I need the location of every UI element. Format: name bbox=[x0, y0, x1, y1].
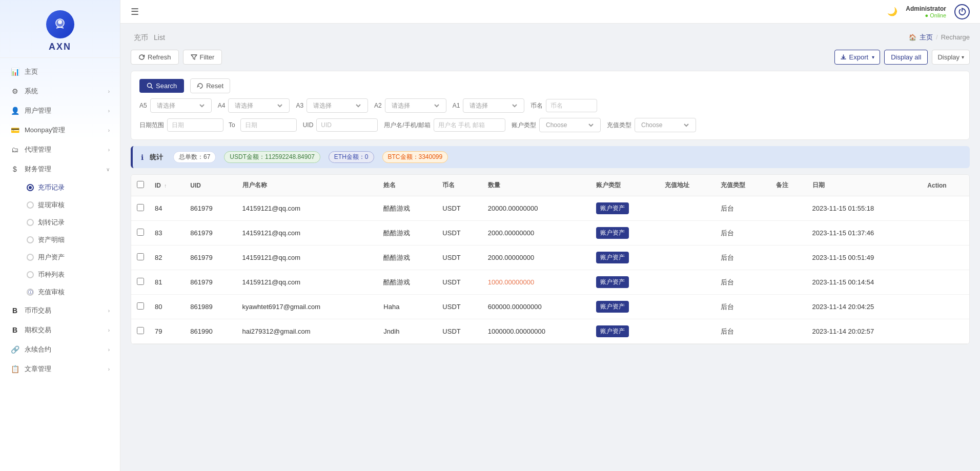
search-button[interactable]: Search bbox=[139, 79, 184, 93]
power-button[interactable] bbox=[954, 4, 970, 19]
account-type-select-wrapper[interactable]: Choose bbox=[539, 118, 601, 132]
cell-recharge-addr bbox=[660, 270, 716, 295]
sidebar-navigation: 📊 主页 ⚙ 系统 › 👤 用户管理 › 💳 Moonpay管理 › 🗂 代理管… bbox=[0, 58, 120, 471]
sidebar-item-user-assets[interactable]: 用户资产 bbox=[21, 249, 120, 266]
sidebar-item-moonpay[interactable]: 💳 Moonpay管理 › bbox=[0, 120, 120, 140]
sidebar-item-coin-trade[interactable]: B 币币交易 › bbox=[0, 301, 120, 320]
sidebar-item-recharge-record[interactable]: 充币记录 bbox=[21, 179, 120, 196]
row-checkbox[interactable] bbox=[137, 253, 144, 260]
filter-a2: A2 请选择 bbox=[374, 98, 446, 113]
select-all-checkbox[interactable] bbox=[137, 181, 144, 188]
a3-select-wrapper[interactable]: 请选择 bbox=[307, 98, 368, 113]
account-type-badge: 账户资产 bbox=[596, 202, 629, 214]
row-checkbox[interactable] bbox=[137, 204, 144, 211]
account-type-label: 账户类型 bbox=[512, 121, 536, 130]
page-title-area: 充币 List bbox=[131, 32, 165, 43]
th-date: 日期 bbox=[807, 175, 923, 196]
sidebar-item-article[interactable]: 📋 文章管理 › bbox=[0, 359, 120, 379]
breadcrumb-home[interactable]: 主页 bbox=[920, 33, 933, 42]
row-checkbox[interactable] bbox=[137, 229, 144, 236]
sidebar-item-agent[interactable]: 🗂 代理管理 › bbox=[0, 140, 120, 159]
cell-action bbox=[922, 295, 969, 319]
gear-icon: ⚙ bbox=[10, 87, 19, 95]
sidebar-item-system[interactable]: ⚙ 系统 › bbox=[0, 81, 120, 101]
cell-recharge-type: 后台 bbox=[716, 319, 771, 344]
a5-label: A5 bbox=[139, 102, 147, 109]
a2-select[interactable]: 请选择 bbox=[390, 101, 441, 110]
sidebar-item-recharge-audit[interactable]: ⓘ 充值审核 bbox=[21, 283, 120, 301]
cell-date: 2023-11-15 01:55:18 bbox=[807, 196, 923, 221]
cell-coin: USDT bbox=[437, 221, 482, 245]
table-row: 84 861979 14159121@qq.com 酷酷游戏 USDT 2000… bbox=[131, 196, 969, 221]
a4-select-wrapper[interactable]: 请选择 bbox=[228, 98, 290, 113]
uid-input[interactable] bbox=[316, 118, 378, 132]
sidebar-item-transfer[interactable]: 划转记录 bbox=[21, 214, 120, 231]
cell-amount: 600000.00000000 bbox=[483, 295, 591, 319]
a2-select-wrapper[interactable]: 请选择 bbox=[385, 98, 446, 113]
chevron-right-icon: › bbox=[108, 327, 110, 333]
sidebar-item-user-mgmt[interactable]: 👤 用户管理 › bbox=[0, 101, 120, 120]
filter-account-type: 账户类型 Choose bbox=[512, 118, 601, 132]
sidebar-item-assets-detail[interactable]: 资产明细 bbox=[21, 231, 120, 249]
sidebar-item-finance[interactable]: $ 财务管理 ∨ bbox=[0, 159, 120, 179]
filter-a1: A1 请选择 bbox=[453, 98, 525, 113]
filter-coin: 币名 bbox=[530, 99, 597, 112]
card-icon: 💳 bbox=[10, 126, 19, 134]
recharge-type-select[interactable]: Choose bbox=[639, 121, 690, 129]
a3-select[interactable]: 请选择 bbox=[311, 101, 362, 110]
filter-button[interactable]: Filter bbox=[183, 50, 222, 65]
filter-row-2: A5 请选择 A4 请选择 A3 bbox=[139, 98, 961, 113]
row-checkbox-cell bbox=[131, 221, 150, 245]
reset-button[interactable]: Reset bbox=[190, 78, 230, 93]
a1-select[interactable]: 请选择 bbox=[467, 101, 519, 110]
sub-item-label: 资产明细 bbox=[38, 235, 65, 244]
recharge-type-select-wrapper[interactable]: Choose bbox=[635, 118, 696, 132]
cell-username: 14159121@qq.com bbox=[237, 221, 379, 245]
row-checkbox[interactable] bbox=[137, 278, 144, 285]
moon-icon[interactable]: 🌙 bbox=[887, 7, 897, 16]
a5-select[interactable]: 请选择 bbox=[155, 101, 206, 110]
sidebar-item-label: 系统 bbox=[25, 87, 38, 96]
coin-input[interactable] bbox=[546, 99, 597, 112]
export-button[interactable]: Export ▾ bbox=[834, 50, 881, 65]
th-action: Action bbox=[922, 175, 969, 196]
th-remark: 备注 bbox=[771, 175, 807, 196]
sidebar-item-home[interactable]: 📊 主页 bbox=[0, 62, 120, 81]
filter-recharge-type: 充值类型 Choose bbox=[607, 118, 696, 132]
account-type-badge: 账户资产 bbox=[596, 301, 629, 313]
cell-id: 79 bbox=[150, 319, 185, 344]
chevron-right-icon: › bbox=[108, 147, 110, 153]
row-checkbox[interactable] bbox=[137, 327, 144, 334]
cell-username: hai279312@gmail.com bbox=[237, 319, 379, 344]
cell-recharge-type: 后台 bbox=[716, 196, 771, 221]
a5-select-wrapper[interactable]: 请选择 bbox=[150, 98, 212, 113]
account-type-badge: 账户资产 bbox=[596, 325, 629, 337]
a1-select-wrapper[interactable]: 请选择 bbox=[463, 98, 524, 113]
row-checkbox-cell bbox=[131, 319, 150, 344]
display-all-button[interactable]: Display all bbox=[884, 50, 928, 65]
sort-icon[interactable]: ↑ bbox=[164, 183, 167, 189]
sidebar-item-perpetual[interactable]: 🔗 永续合约 › bbox=[0, 340, 120, 359]
th-username: 用户名称 bbox=[237, 175, 379, 196]
display-button[interactable]: Display ▾ bbox=[932, 50, 970, 65]
account-type-select[interactable]: Choose bbox=[544, 121, 595, 129]
cell-remark bbox=[771, 221, 807, 245]
user-input[interactable] bbox=[434, 118, 505, 132]
sidebar-item-futures[interactable]: B 期权交易 › bbox=[0, 320, 120, 340]
dot-icon bbox=[27, 254, 34, 261]
refresh-button[interactable]: Refresh bbox=[131, 50, 179, 65]
topbar-left: ☰ bbox=[131, 6, 139, 17]
cell-date: 2023-11-15 00:51:49 bbox=[807, 245, 923, 270]
logo-text: AXN bbox=[49, 42, 71, 52]
date-to-input[interactable] bbox=[240, 118, 297, 132]
hamburger-icon[interactable]: ☰ bbox=[131, 6, 139, 17]
row-checkbox[interactable] bbox=[137, 302, 144, 310]
data-table: ID ↑ UID 用户名称 姓名 币名 数量 账户类型 充值地址 充值类型 备注… bbox=[131, 174, 970, 344]
a4-select[interactable]: 请选择 bbox=[233, 101, 284, 110]
date-from-input[interactable] bbox=[167, 118, 223, 132]
sidebar-item-coin-list[interactable]: 币种列表 bbox=[21, 266, 120, 283]
filter-a3: A3 请选择 bbox=[296, 98, 368, 113]
th-name: 姓名 bbox=[378, 175, 437, 196]
cell-date: 2023-11-14 20:04:25 bbox=[807, 295, 923, 319]
sidebar-item-withdrawal[interactable]: 提现审核 bbox=[21, 196, 120, 214]
